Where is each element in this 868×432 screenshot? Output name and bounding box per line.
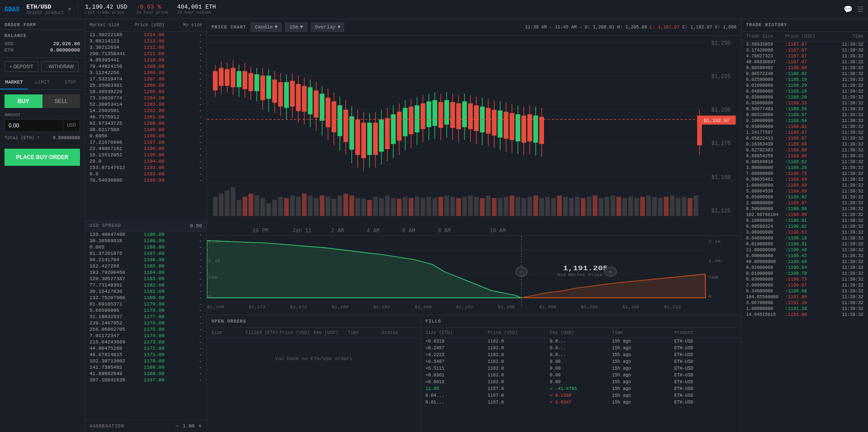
menu-icon[interactable]: ☰ xyxy=(857,5,863,14)
svg-rect-82 xyxy=(664,197,669,216)
order-book-sell-row: 25.35903361 1206.00 - xyxy=(85,82,206,89)
ob-sell-size: 29.0 xyxy=(89,159,127,164)
trade-history-row: 104.85500000 ↓1191.00 11:39:32 xyxy=(741,294,868,300)
ob-sell-size: 25.35903361 xyxy=(89,83,127,88)
depth-chart-svg: − 1,191.205 + Mid Market Price 2.1k 1.4k… xyxy=(207,236,741,315)
fills-row: ≈0.0013 1162.0 0.00 15h ago ETH-USD xyxy=(421,379,741,385)
svg-text:$1,125: $1,125 xyxy=(711,207,731,214)
last-price: 1,190.42 USD xyxy=(85,4,127,10)
ob-sell-price: 1197.00 xyxy=(127,140,164,145)
fill-fee: 0.0... xyxy=(550,352,612,357)
th-trade-size: 2.00000000 xyxy=(746,201,785,206)
svg-rect-137 xyxy=(355,119,360,155)
svg-rect-65 xyxy=(563,197,568,216)
svg-rect-63 xyxy=(551,198,556,216)
th-trade-time: 11:39:32 xyxy=(824,183,863,188)
ob-sell-price: 1200.00 xyxy=(127,121,164,126)
amount-currency: USD xyxy=(63,120,80,131)
chat-icon[interactable]: 💬 xyxy=(844,5,853,14)
th-trade-time: 11:39:32 xyxy=(824,130,863,135)
tab-market[interactable]: MARKET xyxy=(0,76,28,89)
th-trade-size: 0.01000000 xyxy=(746,265,785,270)
ob-buy-mysize: - xyxy=(164,257,202,263)
th-trade-time: 11:39:32 xyxy=(824,207,863,211)
chevron-down-icon[interactable]: ▼ xyxy=(68,7,71,12)
svg-rect-32 xyxy=(367,200,372,216)
chart-type-dropdown[interactable]: Candle ▼ xyxy=(251,23,282,32)
svg-text:$1,250: $1,250 xyxy=(711,40,731,47)
svg-rect-45 xyxy=(444,196,449,216)
overlay-chevron: ▼ xyxy=(338,24,341,30)
th-trade-time: 11:39:32 xyxy=(824,101,863,106)
svg-rect-60 xyxy=(533,196,538,216)
th-trade-time: 11:39:32 xyxy=(824,71,863,76)
svg-rect-43 xyxy=(432,198,437,216)
order-book-buy-row: 215.04243689 1173.00 - xyxy=(85,339,206,345)
trading-pair[interactable]: ETH/USD xyxy=(27,4,65,10)
th-trade-time: 11:39:32 xyxy=(824,277,863,282)
ob-sell-size: 153.87147612 xyxy=(89,165,127,170)
th-trade-size: 0.65822413 xyxy=(746,136,785,141)
timeframe-dropdown[interactable]: 15m ▼ xyxy=(285,23,307,32)
ob-buy-price: 1189.00 xyxy=(127,238,164,244)
fill-size: ≈4.2223 xyxy=(425,352,488,357)
svg-rect-83 xyxy=(670,196,675,216)
th-trade-time: 11:39:32 xyxy=(824,48,863,53)
ob-sell-price: 1189.00 xyxy=(127,178,164,183)
ob-sell-size: 38.6217588 xyxy=(89,127,127,132)
ob-buy-price: 1168.00 xyxy=(127,371,164,376)
svg-rect-75 xyxy=(622,198,627,216)
agg-plus-button[interactable]: + xyxy=(198,423,202,430)
trade-history-row: 0.03000000 ↓1190.73 11:39:32 xyxy=(741,277,868,282)
svg-text:$1,168: $1,168 xyxy=(207,305,224,310)
ob-sell-size: 78.54936996 xyxy=(89,178,127,183)
th-trade-time: 11:39:32 xyxy=(824,230,863,235)
total-row: Total (ETH) = 0.00000000 xyxy=(0,132,84,144)
svg-rect-123 xyxy=(314,90,319,117)
trade-history-row: 0.08599492 ↓1188.00 11:39:32 xyxy=(741,65,868,71)
withdraw-button[interactable]: - WITHDRAW xyxy=(41,61,79,72)
fill-fee: ≈ -41.4785 xyxy=(550,386,612,391)
fill-size: ≈0.6319 xyxy=(425,339,488,344)
fills-row: ≈0.2487 1162.0 0.0... 15h ago ETH-USD xyxy=(421,345,741,352)
svg-rect-163 xyxy=(432,100,437,126)
place-order-button[interactable]: PLACE BUY ORDER xyxy=(5,149,80,166)
th-trade-time: 11:39:32 xyxy=(824,83,863,88)
svg-text:0: 0 xyxy=(208,294,211,299)
svg-rect-169 xyxy=(450,102,455,128)
fills-col-fee: Fee (USD) xyxy=(550,330,612,335)
svg-rect-131 xyxy=(338,105,343,136)
fill-fee: 0.00 xyxy=(550,373,612,378)
agg-minus-button[interactable]: − xyxy=(175,423,179,430)
ob-sell-mysize: - xyxy=(164,159,202,164)
svg-rect-13 xyxy=(254,196,259,216)
fill-product: ETH-USD xyxy=(674,359,737,364)
trade-history-row: 0.03000000 ↓1188.81 11:39:32 xyxy=(741,124,868,130)
tab-limit[interactable]: LIMIT xyxy=(28,76,56,89)
ob-sell-size: 14.2503591 xyxy=(89,108,127,113)
last-price-label: Last trade price xyxy=(85,10,127,15)
tab-stop[interactable]: STOP xyxy=(56,76,84,89)
th-trade-size: 14.64515815 xyxy=(746,312,785,317)
th-trade-time: 11:39:32 xyxy=(824,42,863,47)
amount-input[interactable] xyxy=(5,120,63,131)
fill-size: ≈0.8361 xyxy=(425,373,488,378)
ob-buy-price: 1185.00 xyxy=(127,263,164,269)
svg-rect-40 xyxy=(415,197,420,216)
overlay-dropdown[interactable]: Overlay ▼ xyxy=(311,23,345,32)
ob-sell-price: 1210.00 xyxy=(127,57,164,63)
order-book-panel: Market size Price (USD) My size 11.30222… xyxy=(85,19,207,432)
deposit-button[interactable]: + DEPOSIT xyxy=(5,61,38,72)
buy-button[interactable]: BUY xyxy=(5,94,42,108)
bottom-panels: OPEN ORDERS Size Filled (ETH) Price (USD… xyxy=(207,315,741,432)
svg-rect-69 xyxy=(587,197,592,216)
sell-button[interactable]: SELL xyxy=(42,94,80,108)
svg-rect-139 xyxy=(361,122,366,158)
trade-history-row: 0.04800000 ↑1188.20 11:39:32 xyxy=(741,89,868,94)
fills-row: 11.95 1157.0 ≈ -41.4785 15h ago ETH-USD xyxy=(421,385,741,392)
svg-text:700: 700 xyxy=(708,275,718,280)
th-trade-time: 11:39:32 xyxy=(824,113,863,117)
th-trade-time: 11:39:32 xyxy=(824,66,863,70)
svg-rect-133 xyxy=(343,110,348,142)
price-info: 1,190.42 USD Last trade price -6.63 % 24… xyxy=(78,4,223,15)
